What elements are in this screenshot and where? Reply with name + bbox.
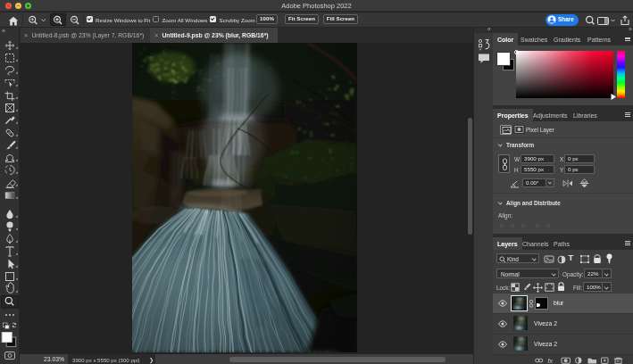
svg-text:fx: fx xyxy=(548,357,554,363)
